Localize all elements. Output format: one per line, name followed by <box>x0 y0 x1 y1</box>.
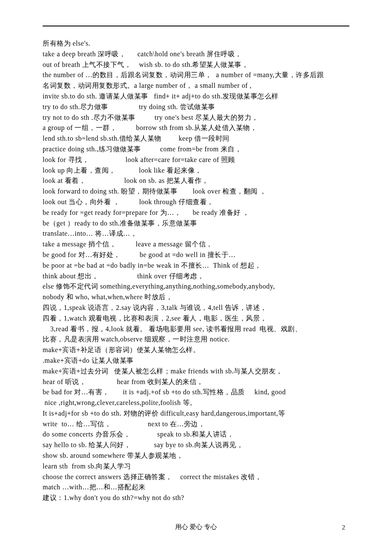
text-line: nice ,right,wrong,clever,careless,polite… <box>43 398 349 408</box>
text-line: show sb. around somewhere 带某人参观某地， <box>43 451 349 461</box>
text-line: take a deep breath 深呼吸， catch\hold one's… <box>43 49 349 60</box>
document-body: 所有格为 else's.take a deep breath 深呼吸， catc… <box>43 38 349 503</box>
text-line: invite sb.to do sth. 邀请某人做某事 find+ it+ a… <box>43 91 349 102</box>
text-line: nobody 和 who, what,when,where 时放后， <box>43 292 349 303</box>
text-line: look at 看着， look on sb. as 把某人看作， <box>43 176 349 186</box>
text-line: think about 想出， think over 仔细考虑， <box>43 271 349 282</box>
document-page: 所有格为 else's.take a deep breath 深呼吸， catc… <box>0 0 392 548</box>
text-line: look up 向上看，查阅， look like 看起来像， <box>43 165 349 176</box>
text-line: take a message 捎个信， leave a message 留个信， <box>43 239 349 250</box>
text-line: look forward to doing sth. 盼望，期待做某事 look… <box>43 186 349 197</box>
text-line: try not to do sth .尽力不做某事 try one's best… <box>43 113 349 123</box>
text-line: 3,read 看书，报，4,look 就看。 看场电影要用 see, 读书看报用… <box>43 324 349 335</box>
page-footer: 用心 爱心 专心 <box>43 523 349 531</box>
text-line: learn sth from sb.向某人学习 <box>43 461 349 472</box>
text-line: match …with…把…和…搭配起来 <box>43 482 349 493</box>
text-line: be bad for 对…有害， it is +adj.+of sb +to d… <box>43 387 349 398</box>
text-line: hear of 听说， hear from 收到某人的来信， <box>43 377 349 387</box>
text-line: make+宾语+补足语（形容词）使某人某物怎么样。 <box>43 345 349 356</box>
text-line: translate…into… 将…译成…， <box>43 228 349 239</box>
text-line: be poor at =be bad at =do badly in=be we… <box>43 260 349 271</box>
text-line: write to… 给…写信， next to 在…旁边， <box>43 419 349 430</box>
text-line: look out 当心，向外看 ， look through 仔细查看， <box>43 197 349 208</box>
text-line: the number of …的数目，后跟名词复数，动词用三单， a numbe… <box>43 70 349 81</box>
text-line: 名词复数，动词用复数形式。a large number of， a small … <box>43 81 349 91</box>
page-number: 2 <box>342 524 346 531</box>
text-line: 建议：1.why don't you do sth?=why not do st… <box>43 493 349 503</box>
text-line: .make+宾语+do 让某人做某事 <box>43 356 349 366</box>
text-line: make+宾语+过去分词 使某人被怎么样；make friends with s… <box>43 366 349 377</box>
text-line: 四说，1,speak 说语言，2.say 说内容，3,talk 与谁说，4,te… <box>43 303 349 313</box>
text-line: be ready for =get ready for=prepare for … <box>43 208 349 218</box>
text-line: try to do sth.尽力做事 try doing sth. 尝试做某事 <box>43 102 349 113</box>
text-line: out of breath 上气不接下气， wish sb. to do sth… <box>43 60 349 70</box>
top-horizontal-rule <box>43 26 349 26</box>
text-line: lend sth.to sb=lend sb.sth.借给某人某物 keep 借… <box>43 133 349 144</box>
text-line: a group of 一组，一群， borrow sth from sb.从某人… <box>43 123 349 133</box>
text-line: 所有格为 else's. <box>43 38 349 49</box>
text-line: do some concerts 办音乐会， speak to sb.和某人讲话… <box>43 429 349 440</box>
text-line: else 修饰不定代词 something,everything,anythin… <box>43 281 349 292</box>
text-line: choose the correct answers 选择正确答案， corre… <box>43 472 349 483</box>
text-line: It is+adj+for sb +to do sth. 对物的评价 diffi… <box>43 408 349 419</box>
footer-center-text: 用心 爱心 专心 <box>175 523 217 531</box>
text-line: be good for 对…有好处， be good at =do well i… <box>43 250 349 260</box>
text-line: practice doing sth.,练习做做某事 come from=be … <box>43 144 349 155</box>
text-line: look for 寻找， look after=care for=take ca… <box>43 155 349 165</box>
text-line: be（get ）ready to do sth.准备做某事，乐意做某事 <box>43 218 349 229</box>
text-line: 四看，1,watch 观看电视，比赛和表演，2,see 看人，电影，医生，风景， <box>43 313 349 324</box>
text-line: 比赛，凡是表演用 watch,observe 细观察，一时注意用 notice. <box>43 334 349 345</box>
text-line: say hello to sb. 给某人问好， say bye to sb.向某… <box>43 440 349 451</box>
